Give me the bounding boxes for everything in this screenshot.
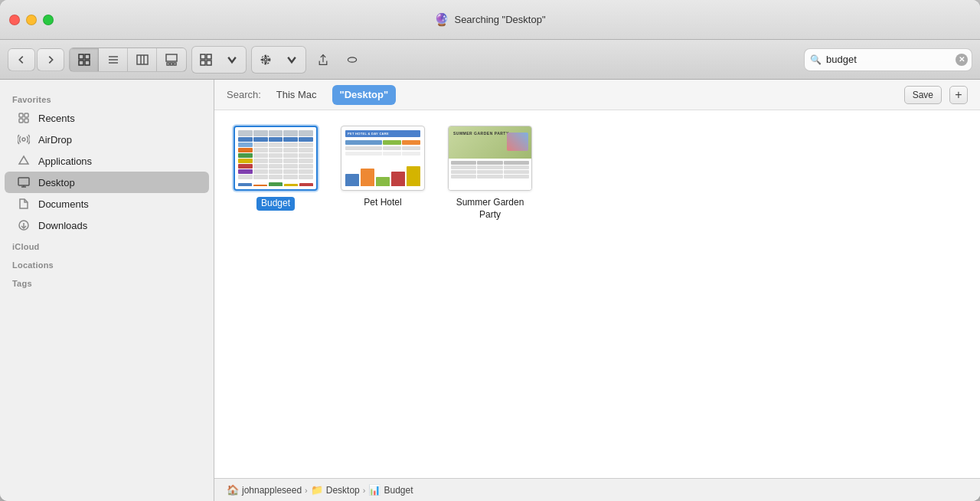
pet-hotel-label: Pet Hotel <box>364 197 401 209</box>
svg-rect-0 <box>79 54 83 59</box>
file-grid: Budget PET HOTEL & DAY CARE <box>214 110 980 478</box>
icon-view-button[interactable] <box>70 48 99 71</box>
tags-label: Tags <box>0 273 214 291</box>
save-button[interactable]: Save <box>904 86 942 104</box>
icloud-label: iCloud <box>0 236 214 254</box>
budget-thumbnail <box>234 126 318 191</box>
arrange-button[interactable] <box>194 48 218 71</box>
svg-point-25 <box>22 138 25 141</box>
svg-rect-26 <box>18 178 29 185</box>
sidebar-item-airdrop-label: AirDrop <box>38 134 72 146</box>
minimize-button[interactable] <box>26 15 37 25</box>
sidebar-item-airdrop[interactable]: AirDrop <box>5 129 209 150</box>
share-button[interactable] <box>311 48 335 71</box>
svg-rect-1 <box>85 54 90 59</box>
search-scope-row: Search: This Mac "Desktop" Save + <box>214 80 980 110</box>
list-view-button[interactable] <box>99 48 128 71</box>
sidebar-item-recents-label: Recents <box>38 113 75 124</box>
content-pane: Search: This Mac "Desktop" Save + <box>214 80 980 501</box>
svg-rect-13 <box>174 63 176 65</box>
gallery-view-button[interactable] <box>157 48 186 71</box>
this-mac-scope-button[interactable]: This Mac <box>269 85 325 105</box>
actions-group <box>251 46 306 74</box>
svg-rect-11 <box>167 63 169 65</box>
maximize-button[interactable] <box>43 15 54 25</box>
statusbar: 🏠 johnappleseed › 📁 Desktop › 📊 Budget <box>214 478 980 501</box>
arrange-group <box>191 46 247 74</box>
svg-rect-2 <box>79 61 83 65</box>
folder-icon: 📁 <box>311 484 323 496</box>
tag-button[interactable] <box>340 48 364 71</box>
titlebar: 🔮 Searching "Desktop" <box>0 0 980 40</box>
svg-point-19 <box>261 55 270 64</box>
file-icon: 📊 <box>368 484 381 496</box>
sidebar-item-applications[interactable]: Applications <box>5 150 209 172</box>
breadcrumb-sep-2: › <box>363 486 366 495</box>
garden-party-label: Summer Garden Party <box>448 197 532 221</box>
svg-rect-3 <box>85 61 90 65</box>
toolbar: 🔍 ✕ <box>0 40 980 80</box>
window-title-text: Searching "Desktop" <box>454 14 545 25</box>
sidebar-item-documents[interactable]: Documents <box>5 193 209 214</box>
search-input[interactable] <box>804 48 972 71</box>
breadcrumb-sep-1: › <box>305 486 308 495</box>
svg-rect-17 <box>207 61 211 65</box>
actions-chevron[interactable] <box>279 48 304 71</box>
breadcrumb-desktop[interactable]: 📁 Desktop <box>311 484 360 496</box>
finder-window: 🔮 Searching "Desktop" <box>0 0 980 501</box>
nav-group <box>8 48 64 71</box>
column-view-button[interactable] <box>128 48 157 71</box>
file-item-garden-party[interactable]: SUMMER GARDEN PARTY <box>444 126 536 221</box>
arrange-chevron[interactable] <box>220 48 244 71</box>
documents-icon <box>17 197 31 211</box>
garden-party-thumbnail: SUMMER GARDEN PARTY <box>448 126 532 191</box>
svg-rect-10 <box>166 54 177 61</box>
breadcrumb-home-label: johnappleseed <box>242 485 302 496</box>
desktop-icon <box>17 175 31 189</box>
recents-icon <box>17 111 31 125</box>
home-icon: 🏠 <box>227 484 239 496</box>
desktop-scope-button[interactable]: "Desktop" <box>332 85 397 105</box>
add-button[interactable]: + <box>949 86 968 104</box>
svg-rect-23 <box>19 119 23 123</box>
svg-rect-20 <box>348 57 356 61</box>
budget-label: Budget <box>256 197 295 211</box>
search-label: Search: <box>227 89 261 100</box>
search-clear-button[interactable]: ✕ <box>956 54 968 66</box>
view-group <box>69 47 187 72</box>
favorites-label: Favorites <box>0 89 214 107</box>
main-area: Favorites Recents <box>0 80 980 501</box>
svg-rect-9 <box>137 55 148 64</box>
breadcrumb-home[interactable]: 🏠 johnappleseed <box>227 484 302 496</box>
close-button[interactable] <box>9 15 20 25</box>
breadcrumb-file[interactable]: 📊 Budget <box>368 484 413 496</box>
sidebar: Favorites Recents <box>0 80 214 501</box>
svg-rect-12 <box>171 63 173 65</box>
sidebar-item-downloads[interactable]: Downloads <box>5 214 209 236</box>
forward-button[interactable] <box>37 48 64 71</box>
search-bar: 🔍 ✕ <box>804 48 972 71</box>
svg-rect-22 <box>24 113 28 117</box>
back-button[interactable] <box>8 48 35 71</box>
applications-icon <box>17 154 31 168</box>
airdrop-icon <box>17 133 31 146</box>
svg-point-18 <box>264 58 266 61</box>
window-title-icon: 🔮 <box>434 12 449 27</box>
sidebar-item-downloads-label: Downloads <box>38 220 87 231</box>
downloads-icon <box>17 218 31 232</box>
file-item-pet-hotel[interactable]: PET HOTEL & DAY CARE <box>337 126 429 221</box>
actions-button[interactable] <box>253 48 278 71</box>
sidebar-item-applications-label: Applications <box>38 156 92 167</box>
traffic-lights <box>9 15 54 25</box>
sidebar-item-documents-label: Documents <box>38 198 89 210</box>
sidebar-item-desktop[interactable]: Desktop <box>5 172 209 193</box>
search-magnifier-icon: 🔍 <box>810 54 822 65</box>
file-item-budget[interactable]: Budget <box>230 126 322 221</box>
locations-label: Locations <box>0 254 214 273</box>
svg-rect-14 <box>201 54 205 59</box>
window-title: 🔮 Searching "Desktop" <box>434 12 545 27</box>
sidebar-item-recents[interactable]: Recents <box>5 107 209 129</box>
svg-rect-21 <box>19 113 23 117</box>
svg-rect-24 <box>24 119 28 123</box>
svg-rect-16 <box>201 61 205 65</box>
